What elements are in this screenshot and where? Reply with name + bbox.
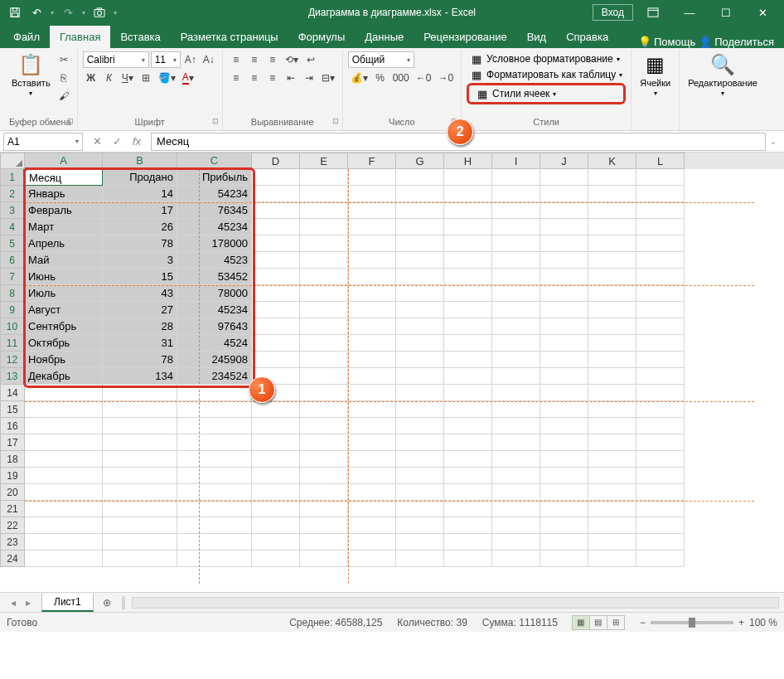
cell[interactable] (252, 534, 300, 550)
cell[interactable] (177, 550, 252, 567)
cell[interactable] (396, 468, 444, 484)
ribbon-display-icon[interactable] (636, 1, 670, 24)
cut-icon[interactable]: ✂ (56, 51, 72, 68)
cell[interactable] (636, 385, 685, 401)
cell[interactable] (300, 186, 348, 202)
cell[interactable] (300, 269, 348, 285)
cell[interactable] (252, 468, 300, 484)
cell[interactable] (588, 368, 636, 385)
number-format-combo[interactable]: Общий▾ (348, 51, 414, 68)
undo-icon[interactable]: ↶ (27, 3, 46, 22)
cell[interactable] (588, 318, 636, 335)
row-header[interactable]: 11 (0, 335, 25, 352)
cell[interactable] (348, 302, 396, 318)
cell[interactable] (636, 219, 685, 235)
page-break-view-icon[interactable]: ⊞ (607, 615, 625, 630)
row-header[interactable]: 24 (0, 550, 25, 567)
cell[interactable] (588, 252, 636, 269)
cell[interactable] (444, 169, 492, 186)
cell[interactable] (492, 252, 540, 269)
cell[interactable]: 54234 (177, 186, 252, 202)
cell[interactable] (492, 335, 540, 352)
cell[interactable] (300, 302, 348, 318)
cell[interactable] (588, 484, 636, 501)
align-left-icon[interactable]: ≡ (228, 70, 244, 86)
cell[interactable] (177, 468, 252, 484)
cell[interactable] (300, 252, 348, 269)
cell[interactable]: 78000 (177, 285, 252, 302)
cell[interactable] (540, 385, 588, 401)
cell[interactable]: 234524 (177, 368, 252, 385)
cell[interactable] (348, 385, 396, 401)
cell[interactable]: Сентябрь (25, 318, 103, 335)
italic-button[interactable]: К (101, 70, 118, 86)
tab-layout[interactable]: Разметка страницы (171, 26, 288, 48)
underline-button[interactable]: Ч▾ (119, 70, 136, 86)
cell[interactable] (540, 302, 588, 318)
cell[interactable] (300, 434, 348, 451)
cell[interactable] (103, 451, 177, 468)
cell[interactable] (396, 368, 444, 385)
cell[interactable] (636, 252, 685, 269)
cell[interactable]: 134 (103, 368, 177, 385)
cell[interactable] (300, 501, 348, 517)
font-color-icon[interactable]: A▾ (180, 70, 196, 86)
cell[interactable] (636, 302, 685, 318)
row-header[interactable]: 18 (0, 451, 25, 468)
row-header[interactable]: 16 (0, 418, 25, 434)
cell[interactable]: 31 (103, 335, 177, 352)
cell[interactable] (25, 550, 103, 567)
orientation-icon[interactable]: ⟲▾ (283, 51, 301, 68)
cell[interactable] (540, 468, 588, 484)
column-header[interactable]: J (540, 153, 588, 169)
cell[interactable] (540, 517, 588, 534)
tab-help[interactable]: Справка (556, 26, 618, 48)
cell[interactable] (636, 169, 685, 186)
cell[interactable] (444, 368, 492, 385)
cell[interactable] (348, 169, 396, 186)
cell[interactable] (252, 318, 300, 335)
cell[interactable] (636, 401, 685, 418)
cell[interactable] (540, 269, 588, 285)
cell[interactable] (348, 352, 396, 368)
sheet-nav[interactable]: ◂▸ (0, 597, 41, 609)
cell[interactable] (103, 418, 177, 434)
cell[interactable]: 17 (103, 202, 177, 219)
row-header[interactable]: 8 (0, 285, 25, 302)
tellme-button[interactable]: 💡Помощь (638, 36, 695, 48)
cell[interactable] (444, 468, 492, 484)
cell[interactable]: Март (25, 219, 103, 235)
row-header[interactable]: 2 (0, 186, 25, 202)
comma-icon[interactable]: 000 (390, 70, 412, 86)
cell[interactable] (444, 550, 492, 567)
cell[interactable] (444, 484, 492, 501)
cell[interactable] (300, 368, 348, 385)
cell[interactable] (103, 484, 177, 501)
align-top-icon[interactable]: ≡ (228, 51, 244, 68)
cell[interactable] (444, 418, 492, 434)
cell[interactable] (348, 451, 396, 468)
cell[interactable] (396, 252, 444, 269)
cell[interactable] (252, 302, 300, 318)
cell[interactable]: 43 (103, 285, 177, 302)
cell[interactable] (348, 202, 396, 219)
border-icon[interactable]: ⊞ (138, 70, 154, 86)
cell[interactable] (588, 534, 636, 550)
cell[interactable] (252, 269, 300, 285)
maximize-icon[interactable]: ☐ (709, 1, 743, 24)
cell[interactable] (25, 501, 103, 517)
cell[interactable]: Февраль (25, 202, 103, 219)
cell[interactable] (396, 269, 444, 285)
cell[interactable]: 4523 (177, 252, 252, 269)
cell[interactable] (25, 434, 103, 451)
cell[interactable] (540, 434, 588, 451)
cell[interactable] (588, 418, 636, 434)
cell[interactable] (396, 202, 444, 219)
cell[interactable] (103, 501, 177, 517)
camera-icon[interactable] (90, 3, 109, 22)
cell[interactable] (300, 451, 348, 468)
cell[interactable] (588, 352, 636, 368)
cell[interactable] (300, 169, 348, 186)
cell[interactable] (300, 219, 348, 235)
cell[interactable] (540, 534, 588, 550)
